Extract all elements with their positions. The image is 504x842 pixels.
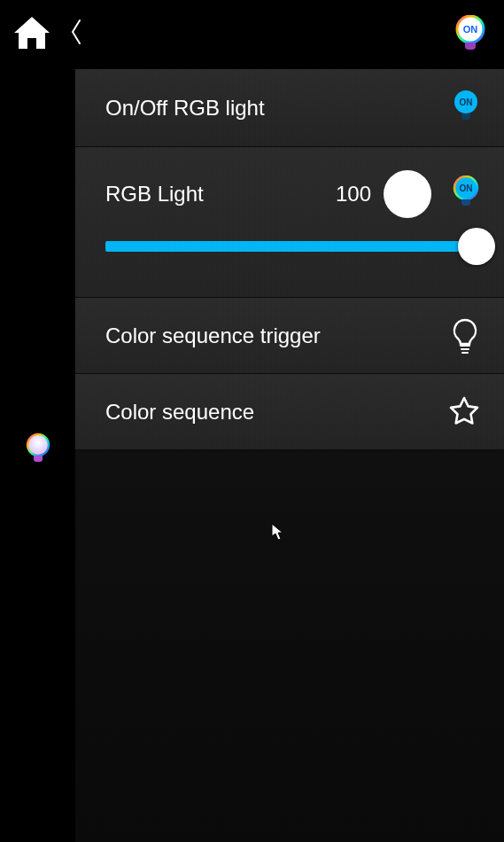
bulb-on-label: ON	[460, 97, 473, 107]
row-color-sequence[interactable]: Color sequence	[75, 374, 504, 450]
brightness-slider[interactable]	[105, 241, 481, 252]
cursor-icon	[271, 523, 283, 541]
status-bulb-on-icon[interactable]: ON	[453, 16, 488, 55]
row-onoff-label: On/Off RGB light	[105, 96, 451, 121]
slider-thumb-icon[interactable]	[458, 228, 495, 265]
bulb-on-icon[interactable]: ON	[451, 90, 481, 126]
row-sequence-label: Color sequence	[105, 400, 447, 425]
row-rgb-light: RGB Light 100 ON	[75, 147, 504, 298]
rgb-color-swatch[interactable]	[384, 170, 431, 218]
sidebar	[0, 69, 75, 842]
row-rgb-label: RGB Light	[105, 182, 336, 207]
status-bulb-on-label: ON	[463, 24, 478, 35]
home-icon[interactable]	[11, 13, 53, 56]
sidebar-rgb-bulb-icon[interactable]	[23, 433, 53, 472]
back-chevron-icon[interactable]	[69, 19, 83, 51]
rgb-value: 100	[336, 182, 371, 207]
row-trigger-label: Color sequence trigger	[105, 324, 449, 348]
row-color-sequence-trigger[interactable]: Color sequence trigger	[75, 298, 504, 374]
bulb-outline-icon	[449, 317, 481, 355]
row-onoff-rgb[interactable]: On/Off RGB light ON	[75, 69, 504, 147]
main-panel: On/Off RGB light ON RGB Light 100 ON	[75, 69, 504, 842]
bulb-on-label: ON	[460, 183, 473, 193]
star-outline-icon[interactable]	[447, 395, 481, 429]
bulb-on-icon[interactable]: ON	[451, 176, 481, 212]
